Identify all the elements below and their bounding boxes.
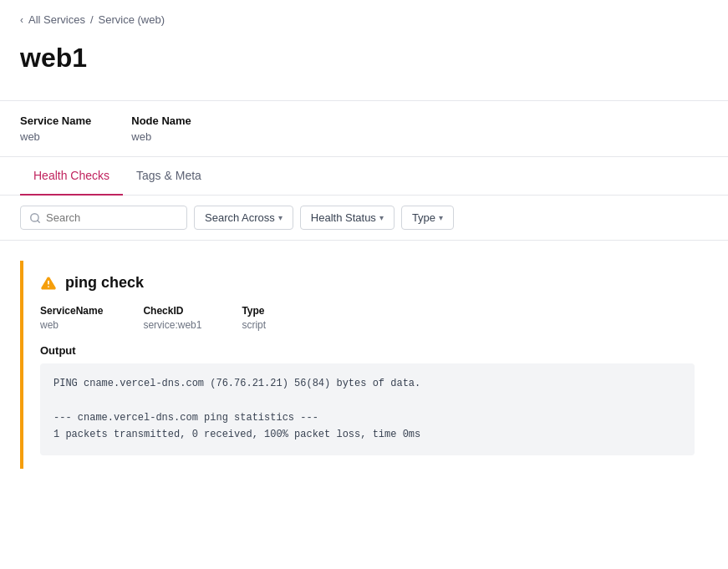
check-meta-row: ServiceName web CheckID service:web1 Typ… (40, 305, 695, 331)
back-chevron-icon: ‹ (20, 14, 23, 26)
health-status-label: Health Status (311, 211, 376, 224)
meta-row: Service Name web Node Name web (0, 101, 728, 157)
check-id-value: service:web1 (143, 319, 201, 331)
page-title: web1 (20, 43, 708, 74)
service-name-meta: Service Name web (20, 114, 91, 143)
output-line-3: --- cname.vercel-dns.com ping statistics… (53, 409, 681, 426)
breadcrumb-current: Service (web) (99, 13, 165, 26)
health-status-button[interactable]: Health Status ▾ (300, 206, 395, 230)
type-button[interactable]: Type ▾ (401, 206, 454, 230)
filters-bar: Search Across ▾ Health Status ▾ Type ▾ (0, 196, 728, 241)
breadcrumb-separator: / (90, 13, 94, 26)
tab-tags-meta[interactable]: Tags & Meta (123, 157, 215, 196)
output-section: Output PING cname.vercel-dns.com (76.76.… (40, 344, 695, 455)
node-name-label: Node Name (131, 114, 191, 127)
check-service-name-value: web (40, 319, 103, 331)
service-name-value: web (20, 130, 91, 143)
check-service-name-label: ServiceName (40, 305, 103, 317)
tabs-bar: Health Checks Tags & Meta (0, 157, 728, 196)
check-type: Type script (242, 305, 266, 331)
warning-icon (40, 275, 57, 292)
output-line-2 (53, 392, 681, 409)
node-name-value: web (131, 130, 191, 143)
check-type-label: Type (242, 305, 266, 317)
breadcrumb: ‹ All Services / Service (web) (0, 0, 728, 36)
check-type-value: script (242, 319, 266, 331)
svg-point-3 (48, 286, 49, 287)
check-check-id: CheckID service:web1 (143, 305, 201, 331)
search-across-label: Search Across (205, 211, 275, 224)
search-across-chevron-icon: ▾ (278, 213, 283, 222)
page-header: web1 (0, 36, 728, 101)
tab-health-checks[interactable]: Health Checks (20, 157, 123, 196)
breadcrumb-all-services-link[interactable]: All Services (28, 13, 85, 26)
check-id-label: CheckID (143, 305, 201, 317)
check-title: ping check (65, 274, 144, 292)
search-across-button[interactable]: Search Across ▾ (194, 206, 293, 230)
output-line-1: PING cname.vercel-dns.com (76.76.21.21) … (53, 375, 681, 392)
content-area: ping check ServiceName web CheckID servi… (0, 241, 728, 489)
search-icon (29, 212, 41, 224)
search-wrapper (20, 206, 187, 230)
check-card: ping check ServiceName web CheckID servi… (20, 261, 708, 469)
check-service-name: ServiceName web (40, 305, 103, 331)
check-header: ping check (40, 274, 695, 292)
svg-line-1 (38, 220, 40, 222)
type-chevron-icon: ▾ (439, 213, 443, 222)
service-name-label: Service Name (20, 114, 91, 127)
output-line-4: 1 packets transmitted, 0 received, 100% … (53, 426, 681, 443)
output-box: PING cname.vercel-dns.com (76.76.21.21) … (40, 363, 695, 455)
output-label: Output (40, 344, 695, 357)
health-status-chevron-icon: ▾ (379, 213, 384, 222)
node-name-meta: Node Name web (131, 114, 191, 143)
type-label: Type (412, 211, 435, 224)
search-input[interactable] (46, 211, 178, 224)
